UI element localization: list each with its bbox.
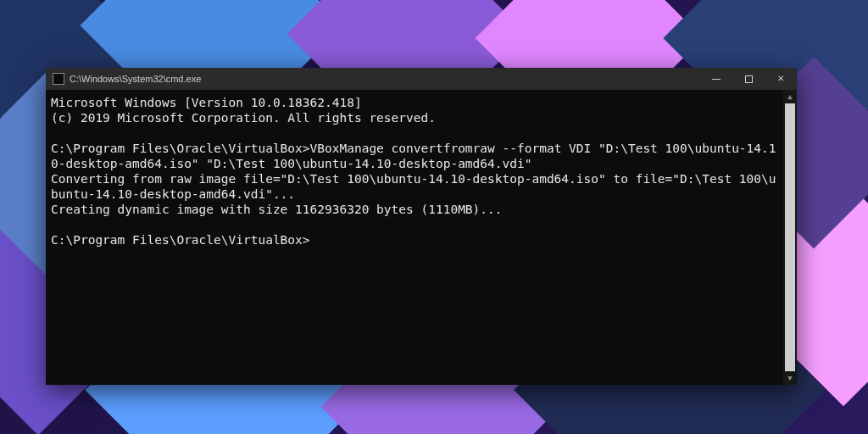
scrollbar-thumb[interactable]: [785, 103, 795, 371]
scroll-down-icon[interactable]: ▼: [783, 371, 797, 385]
close-button[interactable]: ✕: [765, 68, 797, 90]
header-line: (c) 2019 Microsoft Corporation. All righ…: [51, 111, 436, 125]
maximize-button[interactable]: [732, 68, 765, 90]
minimize-icon: [712, 79, 721, 80]
output-line: Creating dynamic image with size 1162936…: [51, 203, 503, 216]
cmd-window: C:\Windows\System32\cmd.exe ✕ Microsoft …: [46, 68, 797, 385]
close-icon: ✕: [777, 75, 784, 83]
output-line: Converting from raw image file="D:\Test …: [51, 172, 776, 201]
window-title: C:\Windows\System32\cmd.exe: [70, 74, 201, 84]
prompt-path: C:\Program Files\Oracle\VirtualBox>: [51, 142, 310, 155]
cmd-icon: [53, 73, 64, 85]
prompt-path: C:\Program Files\Oracle\VirtualBox>: [51, 233, 310, 247]
minimize-button[interactable]: [700, 68, 732, 90]
vertical-scrollbar[interactable]: ▲ ▼: [783, 90, 797, 385]
maximize-icon: [745, 75, 753, 83]
scrollbar-track[interactable]: [783, 103, 797, 371]
header-line: Microsoft Windows [Version 10.0.18362.41…: [51, 96, 362, 109]
scroll-up-icon[interactable]: ▲: [783, 90, 797, 103]
terminal-output[interactable]: Microsoft Windows [Version 10.0.18362.41…: [46, 90, 783, 385]
titlebar[interactable]: C:\Windows\System32\cmd.exe ✕: [46, 68, 797, 90]
